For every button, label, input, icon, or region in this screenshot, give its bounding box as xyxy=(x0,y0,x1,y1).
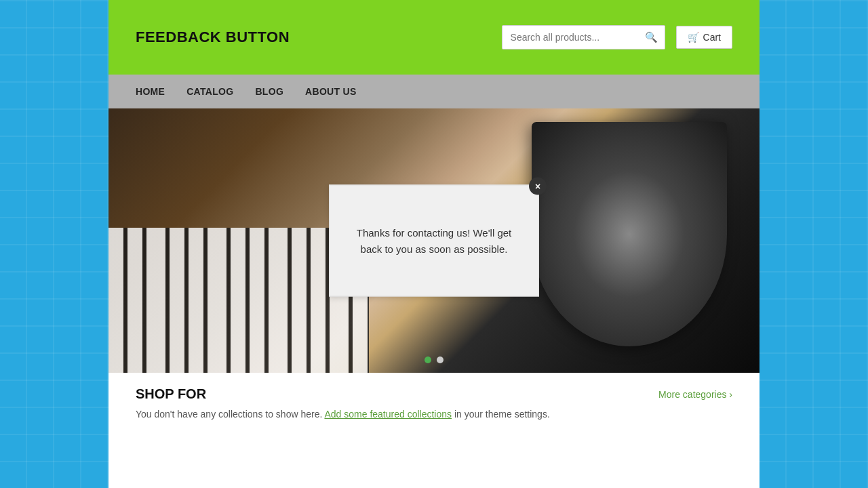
site-header: FEEDBACK BUTTON 🔍 🛒 Cart xyxy=(108,0,760,75)
search-button[interactable]: 🔍 xyxy=(638,26,665,49)
nav-item-blog[interactable]: BLOG xyxy=(255,86,283,97)
shop-section: SHOP FOR More categories › You don't hav… xyxy=(108,373,760,420)
search-input[interactable] xyxy=(502,26,638,48)
nav-item-home[interactable]: HOME xyxy=(136,86,165,97)
nav-item-about-us[interactable]: ABOUT US xyxy=(305,86,357,97)
modal-close-button[interactable]: × xyxy=(529,178,547,195)
nav-item-catalog[interactable]: CATALOG xyxy=(186,86,233,97)
page-wrapper: FEEDBACK BUTTON 🔍 🛒 Cart HOME CATALOG BL… xyxy=(108,0,760,488)
header-right: 🔍 🛒 Cart xyxy=(502,25,732,49)
cart-icon: 🛒 xyxy=(688,32,699,43)
shop-header: SHOP FOR More categories › xyxy=(136,386,732,402)
add-collections-link[interactable]: Add some featured collections xyxy=(324,409,452,420)
modal-overlay: × Thanks for contacting us! We'll get ba… xyxy=(108,108,760,373)
cart-label: Cart xyxy=(703,32,721,43)
search-form: 🔍 xyxy=(502,25,665,49)
theme-settings-text: in your theme settings. xyxy=(454,409,550,420)
site-nav: HOME CATALOG BLOG ABOUT US xyxy=(108,75,760,108)
collections-empty-text: You don't have any collections to show h… xyxy=(136,409,322,420)
site-title: FEEDBACK BUTTON xyxy=(136,28,290,46)
modal-message: Thanks for contacting us! We'll get back… xyxy=(349,224,519,257)
hero-section: × Thanks for contacting us! We'll get ba… xyxy=(108,108,760,373)
cart-button[interactable]: 🛒 Cart xyxy=(676,26,732,49)
search-icon: 🔍 xyxy=(645,31,658,43)
more-categories-link[interactable]: More categories › xyxy=(658,389,732,400)
shop-title: SHOP FOR xyxy=(136,386,206,402)
modal-box: × Thanks for contacting us! We'll get ba… xyxy=(329,185,539,297)
collections-text: You don't have any collections to show h… xyxy=(136,409,732,420)
